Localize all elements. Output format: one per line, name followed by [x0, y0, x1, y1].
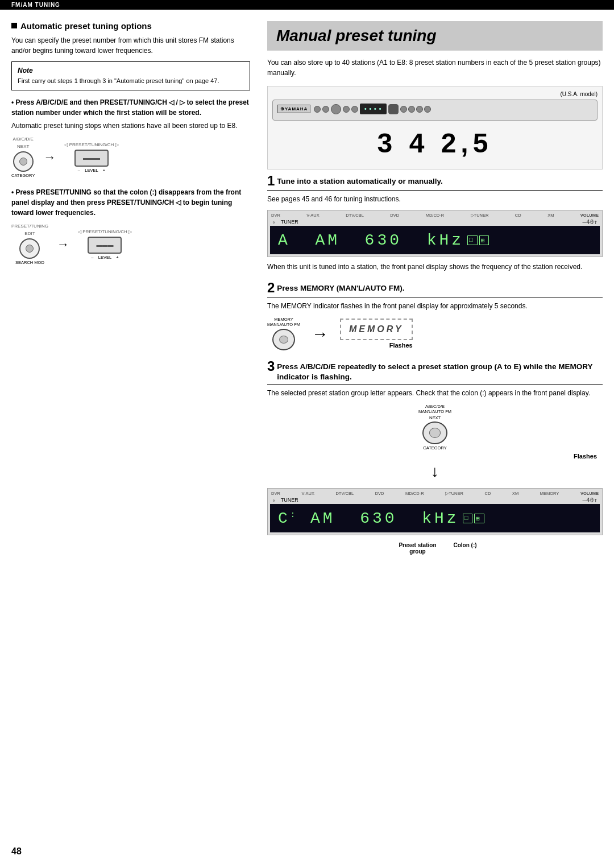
bullet1-bold: • Press A/B/C/D/E and then PRESET/TUNING… — [11, 97, 250, 118]
d1-dvr: DVR — [271, 213, 280, 218]
mem-btn-label: MEMORYMAN'L/AUTO FM — [267, 317, 300, 327]
step1-number: 1 — [267, 174, 275, 188]
yamaha-logo: ⊕YAMAHA — [277, 105, 310, 113]
step1-display-row: ⬦ TUNER –40↑ — [270, 218, 600, 226]
right-column: Manual preset tuning You can also store … — [267, 21, 603, 564]
step3-display-content: C: AM 630 kHz — [278, 510, 459, 527]
memory-flash-area: MEMORY Flashes — [340, 319, 413, 349]
step1-display-wrapper: DVR V-AUX DTV/CBL DVD MD/CD-R ▷TUNER CD … — [267, 210, 603, 257]
b1-left-sub: NEXT — [17, 144, 29, 149]
step3-main-display: C: AM 630 kHz □ ⊞ — [270, 504, 600, 532]
b2-right-shape: ▬▬▬ — [88, 237, 122, 254]
step1-body: See pages 45 and 46 for tuning instructi… — [267, 194, 603, 204]
d1-icon1: □ — [467, 235, 478, 245]
step3-heading: 3 Press A/B/C/D/E repeatedly to select a… — [267, 359, 603, 385]
d3-icon2: ⊞ — [474, 514, 484, 523]
device-area: (U.S.A. model) ⊕YAMAHA •••• — [267, 86, 603, 170]
mem-btn-shape — [272, 329, 295, 350]
step3-display-icons: □ ⊞ — [463, 514, 484, 523]
receiver-device: ⊕YAMAHA •••• — [272, 100, 598, 121]
d3-dtv: DTV/CBL — [335, 491, 354, 496]
memory-flash-box: MEMORY — [340, 319, 413, 340]
preset-station-label: Preset station group — [399, 542, 436, 555]
d1-vaux: V-AUX — [306, 213, 320, 218]
right-intro-text: You can also store up to 40 stations (A1… — [267, 57, 603, 78]
rcv-btn-3 — [331, 104, 341, 114]
big-numbers: 3 4 2,5 — [377, 127, 493, 159]
d3-cd: CD — [485, 491, 491, 496]
step1-heading: 1 Tune into a station automatically or m… — [267, 174, 603, 191]
d1-xm: XM — [547, 213, 554, 218]
note-title: Note — [18, 67, 244, 75]
b1-right-knob-shape: ▬▬▬ — [74, 150, 109, 167]
bullet1-diagram: A/B/C/D/E NEXT CATEGORY → ◁ PRESET/TUNIN… — [11, 137, 250, 178]
device-label: (U.S.A. model) — [272, 91, 598, 97]
step3-tuner-sub: ⬦ TUNER — [270, 496, 301, 504]
note-box: Note First carry out steps 1 through 3 i… — [11, 61, 250, 90]
left-section-heading: Automatic preset tuning options — [11, 21, 250, 31]
step1-display-icons: □ ⊞ — [467, 235, 489, 245]
step1-tuner-sub: ⬦ TUNER — [270, 218, 301, 226]
bullet-item-2: • Press PRESET/TUNING so that the colon … — [11, 187, 250, 265]
step3-flashes-label: Flashes — [574, 453, 597, 460]
rcv-btn-5 — [351, 106, 358, 113]
bullet-item-1: • Press A/B/C/D/E and then PRESET/TUNING… — [11, 97, 250, 178]
step3-display-top-row: DVR V-AUX DTV/CBL DVD MD/CD-R ▷TUNER CD … — [270, 491, 600, 496]
memory-flash-text: MEMORY — [349, 324, 404, 334]
step1-main-display: A AM 630 kHz □ ⊞ — [270, 226, 600, 254]
colon-label-text: Colon (:) — [454, 542, 477, 548]
step2-number: 2 — [267, 281, 275, 295]
b1-left-label: A/B/C/D/E — [13, 137, 33, 142]
step1-vol-val: –40↑ — [583, 218, 600, 226]
b2-arrow-icon: → — [57, 237, 69, 252]
step3-block: 3 Press A/B/C/D/E repeatedly to select a… — [267, 359, 603, 555]
step3-number: 3 — [267, 359, 275, 373]
step2-block: 2 Press MEMORY (MAN'L/AUTO FM). The MEMO… — [267, 281, 603, 350]
rcv-btn-9 — [416, 106, 423, 113]
bullet1-right-knob: ◁ PRESET/TUNING/CH ▷ ▬▬▬ – LEVEL + — [64, 142, 118, 173]
step3-body: The selected preset station group letter… — [267, 388, 603, 398]
b1-left-knob-shape — [13, 151, 34, 172]
b2-search-label: SEARCH MOD — [15, 260, 44, 265]
receiver-top-row: ⊕YAMAHA •••• — [277, 104, 592, 114]
step2-title: Press MEMORY (MAN'L/AUTO FM). — [277, 281, 404, 294]
preset-labels-row: Preset station group Colon (:) — [393, 542, 476, 555]
cat-btn-label-top: A/B/C/D/EMAN'L/AUTO FM — [418, 404, 451, 414]
d1-tuner: ▷TUNER — [471, 213, 489, 218]
rcv-buttons-row: •••• — [314, 104, 431, 114]
d3-mdcdr: MD/CD-R — [405, 491, 424, 496]
d1-volume: VOLUME — [580, 213, 599, 218]
d1-cd: CD — [515, 213, 521, 218]
cat-btn-category-label: CATEGORY — [423, 445, 446, 450]
b2-left-shape — [19, 238, 40, 259]
d3-xm: XM — [512, 491, 518, 496]
step2-heading: 2 Press MEMORY (MAN'L/AUTO FM). — [267, 281, 603, 297]
cat-btn-shape — [422, 421, 447, 444]
b1-category-label: CATEGORY — [11, 173, 35, 178]
header-label: FM/AM TUNING — [11, 2, 60, 8]
page-number: 48 — [11, 846, 22, 857]
rcv-right-btns — [400, 106, 431, 113]
step1-caption: When this unit is tuned into a station, … — [267, 262, 603, 272]
d3-volume: VOLUME — [580, 491, 599, 496]
memory-diagram: MEMORYMAN'L/AUTO FM → MEMORY Flashes — [267, 317, 603, 350]
d3-dvd: DVD — [375, 491, 384, 496]
d3-memory: MEMORY — [540, 491, 559, 496]
d3-tuner: ▷TUNER — [445, 491, 463, 496]
b2-left-label1: PRESET/TUNING — [11, 224, 48, 229]
bullet2-right-knob: ◁ PRESET/TUNING/CH ▷ ▬▬▬ – LEVEL + — [78, 229, 132, 260]
cat-button-area: A/B/C/D/EMAN'L/AUTO FM NEXT CATEGORY — [418, 404, 451, 450]
step3-diagram: A/B/C/D/EMAN'L/AUTO FM NEXT CATEGORY Fla… — [267, 404, 603, 555]
d3-icon1: □ — [463, 514, 473, 523]
colon-label: Colon (:) — [454, 542, 477, 555]
section-heading-text: Automatic preset tuning options — [20, 21, 152, 31]
step2-body: The MEMORY indicator flashes in the fron… — [267, 301, 603, 311]
b2-right-sublabel: – LEVEL + — [91, 255, 118, 260]
preset-label-text: Preset station — [399, 542, 436, 548]
d1-mdcdr: MD/CD-R — [426, 213, 445, 218]
d3-dvr: DVR — [271, 491, 280, 496]
rcv-btn-10 — [424, 106, 431, 113]
rcv-btn-6 — [388, 104, 399, 114]
left-column: Automatic preset tuning options You can … — [11, 21, 250, 564]
cat-btn-next-label: NEXT — [429, 415, 441, 420]
